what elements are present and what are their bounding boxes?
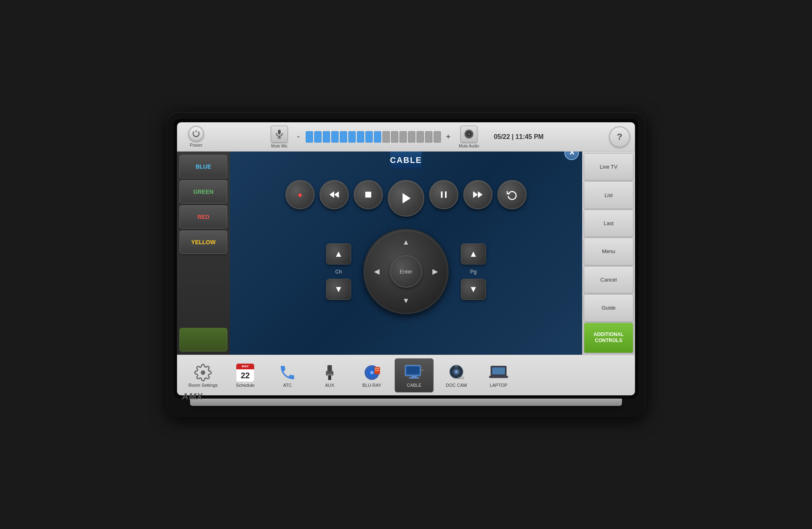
- top-bar: Power Mute Mic: [177, 122, 635, 152]
- dpad-right-button[interactable]: ▶: [427, 263, 443, 280]
- room-settings-icon: [192, 363, 214, 382]
- sidebar-bottom-panel: [179, 328, 227, 351]
- close-button[interactable]: ✕: [564, 152, 579, 160]
- cable-title-bar: CABLE: [390, 152, 422, 169]
- svg-rect-25: [378, 368, 379, 369]
- svg-rect-23: [375, 368, 376, 369]
- amx-logo: AMX: [182, 391, 203, 402]
- sidebar-blue-button[interactable]: BLUE: [179, 155, 227, 178]
- rewind-button[interactable]: [320, 180, 349, 209]
- help-button[interactable]: ?: [609, 126, 630, 147]
- screen-bezel: Power Mute Mic: [174, 119, 638, 399]
- device-stand: [190, 399, 622, 406]
- cable-button[interactable]: CABLE: [395, 358, 434, 392]
- top-bar-center: Mute Mic - +: [210, 126, 604, 148]
- sidebar-yellow-button[interactable]: YELLOW: [179, 230, 227, 254]
- dpad-down-button[interactable]: ▼: [398, 293, 414, 309]
- svg-marker-13: [478, 191, 483, 198]
- list-button[interactable]: List: [584, 181, 633, 208]
- cable-panel: CABLE ✕ ●: [230, 152, 582, 355]
- channel-label: Ch: [335, 269, 342, 275]
- doc-cam-icon: 123: [446, 363, 467, 382]
- volume-segment-11: [400, 131, 407, 143]
- record-button[interactable]: ●: [285, 180, 315, 209]
- page-down-button[interactable]: ▼: [461, 279, 486, 300]
- screen: Power Mute Mic: [177, 122, 635, 395]
- guide-button[interactable]: Guide: [584, 294, 633, 321]
- svg-rect-18: [328, 375, 331, 380]
- channel-up-button[interactable]: ▲: [326, 243, 351, 264]
- volume-segment-15: [434, 131, 441, 143]
- cancel-button[interactable]: Cancel: [584, 266, 633, 293]
- page-up-button[interactable]: ▲: [461, 243, 486, 264]
- play-button[interactable]: [388, 180, 424, 217]
- laptop-button[interactable]: LAPTOP: [479, 358, 518, 392]
- laptop-label: LAPTOP: [490, 383, 507, 388]
- svg-point-21: [370, 371, 374, 374]
- page-control: ▲ Pg ▼: [461, 243, 486, 300]
- volume-down-button[interactable]: -: [294, 132, 302, 141]
- atc-icon: [277, 363, 298, 382]
- bluray-button[interactable]: BLU-RAY: [352, 358, 391, 392]
- svg-rect-27: [377, 370, 378, 371]
- mute-mic-button[interactable]: Mute Mic: [271, 126, 288, 148]
- right-sidebar: Live TV List Last Menu Cancel Guide ADDI…: [582, 152, 635, 355]
- sidebar-green-button[interactable]: GREEN: [179, 180, 227, 204]
- sidebar-spacer: [179, 256, 227, 326]
- dpad-up-button[interactable]: ▲: [398, 234, 414, 250]
- volume-segment-8: [374, 131, 381, 143]
- power-button[interactable]: Power: [182, 126, 210, 147]
- svg-marker-7: [334, 191, 339, 198]
- volume-up-button[interactable]: +: [444, 132, 452, 141]
- svg-marker-12: [473, 191, 478, 198]
- aux-button[interactable]: AUX: [310, 358, 349, 392]
- cable-title: CABLE: [390, 156, 422, 165]
- doc-cam-button[interactable]: 123 DOC CAM: [437, 358, 476, 392]
- volume-segment-4: [340, 131, 347, 143]
- volume-control: - +: [294, 131, 452, 143]
- volume-segment-5: [348, 131, 356, 143]
- live-tv-button[interactable]: Live TV: [584, 153, 633, 180]
- svg-point-37: [456, 371, 457, 373]
- room-settings-button[interactable]: Room Settings: [184, 358, 222, 392]
- volume-segments: [306, 131, 441, 143]
- dpad: ▲ ◀ Enter ▶ ▼: [363, 229, 449, 314]
- mute-mic-icon: [271, 126, 288, 143]
- mute-audio-label: Mute Audio: [459, 144, 479, 148]
- mute-audio-button[interactable]: Mute Audio: [459, 126, 479, 148]
- channel-control: ▲ Ch ▼: [326, 243, 351, 300]
- last-button[interactable]: Last: [584, 210, 633, 237]
- svg-rect-0: [278, 130, 281, 134]
- svg-rect-42: [489, 376, 508, 378]
- power-label: Power: [190, 143, 202, 147]
- channel-down-button[interactable]: ▼: [326, 279, 351, 300]
- volume-segment-6: [357, 131, 364, 143]
- svg-point-5: [468, 133, 470, 134]
- volume-segment-1: [314, 131, 322, 143]
- left-sidebar: BLUE GREEN RED YELLOW: [177, 152, 230, 355]
- stop-button[interactable]: [354, 180, 383, 209]
- bluray-label: BLU-RAY: [363, 383, 382, 388]
- pause-button[interactable]: [429, 180, 458, 209]
- calendar-month: MAY: [236, 364, 254, 369]
- atc-button[interactable]: ATC: [268, 358, 307, 392]
- svg-rect-32: [409, 377, 419, 379]
- laptop-icon: [488, 363, 509, 382]
- svg-rect-41: [492, 367, 505, 375]
- volume-segment-14: [425, 131, 432, 143]
- svg-marker-6: [329, 191, 334, 198]
- additional-controls-button[interactable]: ADDITIONALCONTROLS: [584, 323, 633, 353]
- dpad-left-button[interactable]: ◀: [369, 263, 385, 280]
- schedule-button[interactable]: MAY 22 Schedule: [226, 358, 265, 392]
- svg-rect-11: [445, 191, 447, 198]
- menu-button[interactable]: Menu: [584, 238, 633, 265]
- volume-segment-2: [323, 131, 330, 143]
- enter-label: Enter: [400, 269, 412, 275]
- navigation-area: ▲ Ch ▼ ▲ ◀ Enter ▶ ▼: [230, 225, 582, 318]
- fast-forward-button[interactable]: [463, 180, 492, 209]
- page-label: Pg: [470, 269, 477, 275]
- sidebar-red-button[interactable]: RED: [179, 205, 227, 229]
- calendar-day: 22: [236, 369, 254, 382]
- replay-button[interactable]: [497, 180, 527, 209]
- dpad-enter-button[interactable]: Enter: [390, 255, 422, 288]
